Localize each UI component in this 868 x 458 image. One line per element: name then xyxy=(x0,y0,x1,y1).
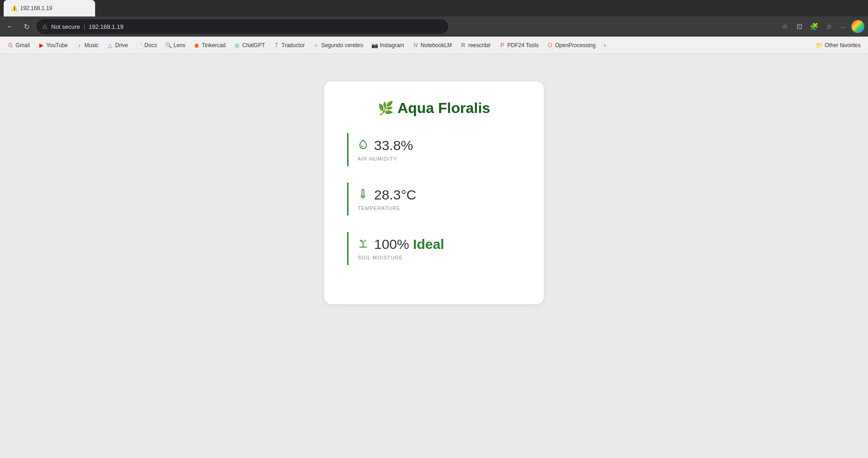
back-icon: ← xyxy=(6,22,14,31)
profile-button[interactable] xyxy=(852,20,864,33)
toolbar: ← ↻ ⚠ Not secure | 192.168.1.19 ☆ ⊡ 🧩 ☆ xyxy=(0,16,868,37)
bookmark-docs-label: Docs xyxy=(145,42,157,48)
bookmark-openprocessing[interactable]: O OpenProcessing xyxy=(543,40,600,50)
back-button[interactable]: ← xyxy=(4,20,16,33)
pdf24-icon: P xyxy=(499,42,505,48)
bookmark-segundo-cerebro-label: Segundo cerebro xyxy=(321,42,363,48)
bookmark-gmail[interactable]: G Gmail xyxy=(4,40,33,50)
air-humidity-row: 33.8% AIR HUMIDITY xyxy=(347,133,521,166)
not-secure-label: Not secure xyxy=(51,23,80,30)
leaf-icon: 🌿 xyxy=(378,101,394,116)
air-humidity-value: 33.8% xyxy=(374,138,413,153)
temperature-row: 28.3°C TEMPERATURE xyxy=(347,183,521,216)
bookmark-notebooklm-label: NotebookLM xyxy=(421,42,452,48)
card-title: 🌿 Aqua Floralis xyxy=(347,100,521,117)
reescribir-icon: R xyxy=(460,42,466,48)
instagram-icon: 📷 xyxy=(371,42,378,48)
soil-moisture-value: 100% Ideal xyxy=(374,237,444,252)
docs-icon: 📄 xyxy=(136,42,143,48)
folder-icon: 📁 xyxy=(816,42,823,48)
openprocessing-icon: O xyxy=(547,42,553,48)
air-humidity-label: AIR HUMIDITY xyxy=(358,156,521,162)
bookmark-notebooklm[interactable]: N NotebookLM xyxy=(409,40,455,50)
humidity-icon xyxy=(358,139,369,152)
bookmark-traductor-label: Traductor xyxy=(282,42,305,48)
bookmark-reescribir-label: reescribir xyxy=(468,42,491,48)
chatgpt-icon: ◎ xyxy=(234,42,240,48)
separator: | xyxy=(84,23,85,30)
bookmark-music[interactable]: ♪ Music xyxy=(73,40,102,50)
tab-title: 192.168.1.19 xyxy=(20,5,52,11)
thermometer-icon xyxy=(358,189,369,201)
bookmark-reescribir[interactable]: R reescribir xyxy=(456,40,494,50)
soil-moisture-label: SOIL MOISTURE xyxy=(358,255,521,260)
drive-icon: △ xyxy=(107,42,113,48)
traductor-icon: T xyxy=(273,42,280,48)
bookmarks-bar: G Gmail ▶ YouTube ♪ Music △ Drive 📄 Docs… xyxy=(0,37,868,54)
segundo-cerebro-icon: ○ xyxy=(313,42,319,48)
security-warning-icon: ⚠ xyxy=(42,23,48,30)
other-favorites-button[interactable]: 📁 Other favorites xyxy=(812,40,864,50)
bookmark-tinkercad-label: Tinkercad xyxy=(202,42,225,48)
bookmark-segundo-cerebro[interactable]: ○ Segundo cerebro xyxy=(309,40,367,50)
lens-icon: 🔍 xyxy=(165,42,171,48)
bookmark-gmail-label: Gmail xyxy=(16,42,30,48)
page-content: 🌿 Aqua Floralis 33.8% AIR HUMIDITY xyxy=(0,54,868,458)
more-icon: ··· xyxy=(841,23,847,31)
temperature-value: 28.3°C xyxy=(374,187,416,203)
browser-chrome: ⚠️ 192.168.1.19 ← ↻ ⚠ Not secure | 192.1… xyxy=(0,0,868,54)
plant-icon xyxy=(358,238,369,251)
favorites-button[interactable]: ☆ xyxy=(822,20,835,33)
app-name: Aqua Floralis xyxy=(397,100,490,117)
other-favorites-label: Other favorites xyxy=(825,42,861,48)
soil-moisture-row: 100% Ideal SOIL MOISTURE xyxy=(347,232,521,265)
gmail-icon: G xyxy=(7,42,14,48)
reload-icon: ↻ xyxy=(24,22,30,31)
bookmark-drive[interactable]: △ Drive xyxy=(103,40,132,50)
star-icon: ☆ xyxy=(782,22,788,31)
svg-point-0 xyxy=(362,195,364,197)
tab-bar: ⚠️ 192.168.1.19 xyxy=(0,0,868,16)
sensor-card: 🌿 Aqua Floralis 33.8% AIR HUMIDITY xyxy=(324,81,544,304)
music-icon: ♪ xyxy=(76,42,83,48)
bookmark-music-label: Music xyxy=(85,42,99,48)
more-button[interactable]: ··· xyxy=(837,20,850,33)
toolbar-actions: ☆ ⊡ 🧩 ☆ ··· xyxy=(778,20,864,33)
favorites-icon: ☆ xyxy=(826,22,832,31)
bookmark-tinkercad[interactable]: ◼ Tinkercad xyxy=(190,40,229,50)
bookmark-lens-label: Lens xyxy=(173,42,185,48)
tab-favicon: ⚠️ xyxy=(11,5,17,11)
extensions-icon: 🧩 xyxy=(810,22,819,31)
bookmark-drive-label: Drive xyxy=(115,42,128,48)
youtube-icon: ▶ xyxy=(38,42,44,48)
bookmark-docs[interactable]: 📄 Docs xyxy=(133,40,161,50)
bookmark-traductor[interactable]: T Traductor xyxy=(270,40,309,50)
bookmark-openprocessing-label: OpenProcessing xyxy=(555,42,596,48)
ideal-badge: Ideal xyxy=(413,237,444,252)
soil-moisture-value-line: 100% Ideal xyxy=(358,237,521,252)
bookmark-chatgpt[interactable]: ◎ ChatGPT xyxy=(230,40,268,50)
address-bar[interactable]: ⚠ Not secure | 192.168.1.19 xyxy=(37,19,448,34)
bookmark-pdf24-label: PDF24 Tools xyxy=(507,42,538,48)
bookmark-youtube-label: YouTube xyxy=(46,42,68,48)
url-text: 192.168.1.19 xyxy=(89,23,123,30)
bookmark-instagram-label: Instagram xyxy=(380,42,404,48)
cast-icon: ⊡ xyxy=(797,22,803,31)
more-bookmarks-button[interactable]: › xyxy=(601,40,608,50)
extensions-button[interactable]: 🧩 xyxy=(808,20,820,33)
active-tab[interactable]: ⚠️ 192.168.1.19 xyxy=(4,0,95,16)
bookmark-pdf24[interactable]: P PDF24 Tools xyxy=(495,40,542,50)
temperature-label: TEMPERATURE xyxy=(358,205,521,211)
temperature-value-line: 28.3°C xyxy=(358,187,521,203)
bookmark-youtube[interactable]: ▶ YouTube xyxy=(34,40,71,50)
star-button[interactable]: ☆ xyxy=(778,20,791,33)
tinkercad-icon: ◼ xyxy=(193,42,200,48)
reload-button[interactable]: ↻ xyxy=(20,20,33,33)
air-humidity-value-line: 33.8% xyxy=(358,138,521,153)
bookmark-chatgpt-label: ChatGPT xyxy=(242,42,265,48)
bookmark-instagram[interactable]: 📷 Instagram xyxy=(368,40,407,50)
notebooklm-icon: N xyxy=(413,42,419,48)
bookmark-lens[interactable]: 🔍 Lens xyxy=(161,40,189,50)
cast-button[interactable]: ⊡ xyxy=(793,20,806,33)
